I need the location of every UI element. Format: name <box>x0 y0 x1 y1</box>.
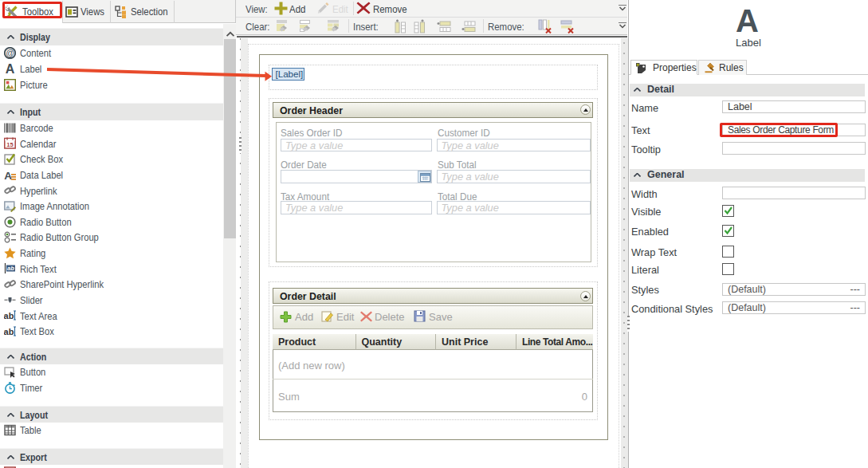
svg-text:15: 15 <box>6 141 13 148</box>
svg-text:ab: ab <box>7 265 14 272</box>
svg-text:ab: ab <box>4 311 14 321</box>
svg-text:A: A <box>4 169 12 181</box>
svg-text:A: A <box>6 63 15 75</box>
svg-text:ab: ab <box>4 327 14 336</box>
svg-text:@: @ <box>6 48 14 57</box>
